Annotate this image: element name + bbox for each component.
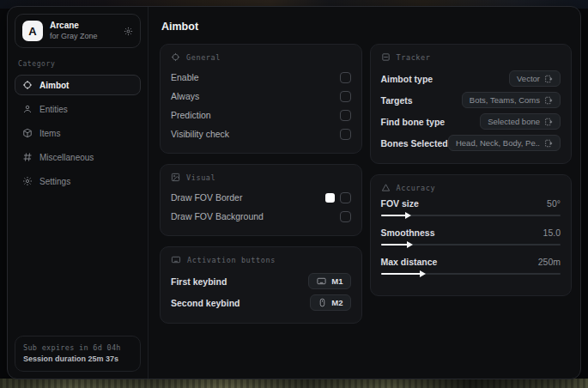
slider[interactable] [381, 211, 561, 220]
game-background-bottom [0, 379, 588, 388]
general-row: Prediction [171, 106, 351, 124]
checkbox[interactable] [340, 192, 351, 203]
sub-expires-text: Sub expires in 6d 04h [23, 343, 132, 354]
keybind-button[interactable]: M2 [310, 294, 350, 311]
expand-icon [544, 139, 553, 148]
slider-fill [381, 215, 406, 216]
image-icon [171, 173, 180, 182]
sidebar-item-label: Aimbot [39, 81, 69, 90]
visual-row: Draw FOV Background [171, 207, 351, 226]
sidebar-item-label: Entities [39, 105, 68, 114]
crosshair-icon [171, 52, 180, 62]
gear-icon [22, 176, 33, 186]
crosshair-icon [22, 80, 33, 90]
general-row: Always [171, 87, 351, 106]
subscription-card: Sub expires in 6d 04h Session duration 2… [15, 336, 141, 372]
checkbox[interactable] [340, 110, 351, 121]
toggle-label: Prediction [171, 110, 211, 120]
slider-row: Smoothness15.0 [381, 227, 561, 249]
sidebar-item-label: Settings [39, 177, 70, 186]
slider-value: 50° [547, 198, 561, 209]
app-subtitle: for Gray Zone [50, 32, 117, 41]
toggle-label: Enable [171, 72, 199, 82]
sidebar-item-items[interactable]: Items [15, 123, 141, 143]
category-label: Category [18, 60, 137, 68]
checkbox[interactable] [340, 129, 351, 140]
sidebar-item-aimbot[interactable]: Aimbot [15, 75, 141, 95]
checkbox[interactable] [340, 72, 351, 83]
select-label: Bones Selected [381, 138, 448, 149]
keybind-row: Second keybindM2 [171, 292, 351, 313]
toggle-label: Draw FOV Background [171, 211, 264, 221]
select-dropdown[interactable]: Selected bone [480, 113, 561, 130]
visual-section-title: Visual [186, 173, 215, 182]
general-card: General EnableAlwaysPredictionVisibility… [160, 44, 362, 154]
box-icon [22, 128, 33, 138]
tracker-card: Tracker Aimbot typeVectorTargetsBots, Te… [370, 44, 573, 164]
general-row: Enable [171, 68, 351, 87]
color-swatch[interactable] [325, 193, 335, 203]
page-title: Aimbot [161, 21, 572, 33]
slider-thumb[interactable] [405, 212, 411, 219]
slider-fill [381, 244, 408, 246]
slider[interactable] [381, 240, 561, 249]
keybind-row: First keybindM1 [171, 270, 351, 292]
select-value: Selected bone [488, 117, 540, 126]
select-row: Aimbot typeVector [381, 68, 561, 89]
keybind-button[interactable]: M1 [308, 273, 350, 289]
slider-label: Smoothness [381, 227, 435, 238]
general-section-title: General [186, 53, 221, 62]
app-name: Arcane [50, 21, 117, 32]
accuracy-section-title: Accuracy [397, 184, 436, 192]
keybind-label: First keybind [171, 276, 227, 287]
select-row: TargetsBots, Teams, Coms [381, 89, 561, 111]
checkbox[interactable] [340, 211, 351, 222]
toggle-label: Draw FOV Border [171, 192, 242, 203]
main-content: Aimbot General EnableAlwaysPredictionVis… [149, 7, 580, 379]
select-dropdown[interactable]: Vector [509, 70, 561, 87]
expand-icon [544, 75, 553, 83]
select-label: Targets [381, 95, 413, 106]
toggle-label: Visibility check [171, 129, 229, 139]
select-row: Bones SelectedHead, Neck, Body, Pe.. [381, 132, 561, 154]
slider-row: Max distance250m [381, 257, 561, 278]
sidebar-item-settings[interactable]: Settings [15, 171, 141, 191]
triangle-icon [381, 183, 391, 192]
brand-card: A Arcane for Gray Zone [15, 14, 141, 48]
slider-value: 250m [538, 257, 561, 267]
select-dropdown[interactable]: Bots, Teams, Coms [462, 92, 561, 108]
frame-icon [381, 52, 391, 62]
select-row: Find bone typeSelected bone [381, 111, 561, 132]
visual-card: Visual Draw FOV BorderDraw FOV Backgroun… [160, 164, 362, 236]
slider-label: FOV size [381, 198, 419, 209]
expand-icon [544, 118, 553, 126]
checkbox[interactable] [340, 91, 351, 102]
sidebar-nav: AimbotEntitiesItemsMiscellaneousSettings [15, 75, 141, 191]
activation-card: Activation buttons First keybindM1Second… [160, 246, 362, 324]
expand-icon [544, 96, 553, 105]
keybind-value: M2 [331, 298, 342, 307]
gear-icon[interactable] [124, 27, 133, 36]
tracker-section-title: Tracker [397, 53, 431, 62]
app-logo: A [22, 21, 43, 41]
slider[interactable] [381, 270, 561, 278]
select-value: Vector [517, 74, 540, 83]
select-value: Bots, Teams, Coms [470, 95, 540, 105]
keybind-value: M1 [331, 276, 342, 286]
sidebar-item-entities[interactable]: Entities [15, 99, 141, 119]
keyboard-icon [316, 276, 327, 286]
sidebar-item-label: Items [39, 129, 60, 138]
sidebar-item-miscellaneous[interactable]: Miscellaneous [15, 147, 141, 167]
session-duration-text: Session duration 25m 37s [23, 354, 132, 366]
select-dropdown[interactable]: Head, Neck, Body, Pe.. [448, 135, 561, 151]
slider-thumb[interactable] [420, 270, 426, 277]
slider-thumb[interactable] [407, 241, 413, 248]
keybind-label: Second keybind [171, 298, 240, 308]
keyboard-icon [171, 255, 181, 264]
sidebar: A Arcane for Gray Zone Category AimbotEn… [8, 7, 149, 379]
general-row: Visibility check [171, 124, 351, 143]
toggle-label: Always [171, 91, 199, 101]
select-value: Head, Neck, Body, Pe.. [456, 138, 540, 148]
slider-value: 15.0 [543, 227, 561, 238]
slider-label: Max distance [381, 257, 438, 267]
